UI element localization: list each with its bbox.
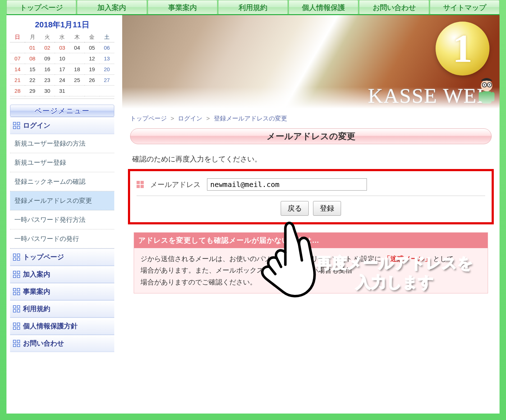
calendar-widget: 2018年1月11日 日月火水木金土0102030405060708091011… [10, 19, 114, 99]
site-title: KASSE WEB [368, 84, 492, 108]
cal-day-07[interactable]: 07 [10, 53, 25, 64]
cal-day-16[interactable]: 16 [40, 64, 55, 75]
cal-day-13[interactable]: 13 [100, 53, 114, 64]
cal-day-26[interactable]: 26 [84, 75, 99, 86]
menu-icon [13, 254, 20, 261]
cal-day-08[interactable]: 08 [25, 53, 40, 64]
nav-サイトマップ[interactable]: サイトマップ [430, 0, 500, 14]
menu-icon [13, 122, 20, 129]
svg-rect-7 [491, 92, 494, 101]
cal-day-18[interactable]: 18 [70, 64, 84, 75]
svg-point-4 [489, 84, 490, 86]
breadcrumb-0[interactable]: トップページ [130, 115, 167, 122]
page-menu-header: ページメニュー [10, 105, 114, 117]
breadcrumb-2: 登録メールアドレスの変更 [214, 115, 287, 122]
cal-day-28[interactable]: 28 [10, 86, 25, 96]
breadcrumb: トップページ > ログイン > 登録メールアドレスの変更 [122, 109, 500, 126]
cal-day-17[interactable]: 17 [55, 64, 69, 75]
cal-day-22[interactable]: 22 [25, 75, 40, 86]
menu-heading-加入案内[interactable]: 加入案内 [10, 266, 114, 283]
menu-heading-ログイン[interactable]: ログイン [10, 117, 114, 134]
nav-個人情報保護[interactable]: 個人情報保護 [289, 0, 358, 14]
cal-day-11[interactable]: 11 [70, 53, 84, 64]
cal-day-21[interactable]: 21 [10, 75, 25, 86]
cal-day-01[interactable]: 01 [25, 42, 40, 53]
cal-day-27[interactable]: 27 [100, 75, 114, 86]
hero-banner: 1 KASSE WEB [122, 15, 500, 109]
cal-day-05[interactable]: 05 [84, 42, 99, 53]
menu-item-新規ユーザー登録[interactable]: 新規ユーザー登録 [10, 153, 114, 172]
cal-day-24[interactable]: 24 [55, 75, 69, 86]
menu-icon [13, 340, 20, 347]
menu-icon [13, 323, 20, 330]
svg-rect-5 [482, 91, 492, 104]
menu-item-登録メールアドレスの変更[interactable]: 登録メールアドレスの変更 [10, 191, 114, 210]
month-badge: 1 [436, 22, 489, 76]
main-content: 1 KASSE WEB トップページ > ログイン > 登録メールアドレスの変更… [122, 15, 500, 414]
nav-事業案内[interactable]: 事業案内 [148, 0, 217, 14]
breadcrumb-1[interactable]: ログイン [178, 115, 202, 122]
warning-body: ジから送信されるメールは、お使いのパソコンのセキュリティソフト や設定に 「迷惑… [134, 248, 488, 293]
cal-day-29[interactable]: 29 [25, 86, 40, 96]
sidebar: 2018年1月11日 日月火水木金土0102030405060708091011… [6, 15, 118, 414]
cal-day-19[interactable]: 19 [84, 64, 99, 75]
menu-item-登録ニックネームの確認[interactable]: 登録ニックネームの確認 [10, 172, 114, 191]
menu-item-一時パスワード発行方法[interactable]: 一時パスワード発行方法 [10, 210, 114, 229]
email-form: メールアドレス 戻る 登録 [128, 169, 494, 224]
menu-heading-事業案内[interactable]: 事業案内 [10, 283, 114, 300]
menu-heading-トップページ[interactable]: トップページ [10, 248, 114, 266]
cal-day-02[interactable]: 02 [40, 42, 55, 53]
warning-box: アドレスを変更しても確認メールが届かない場合は… ジから送信されるメールは、お使… [134, 232, 488, 293]
cal-day-06[interactable]: 06 [100, 42, 114, 53]
cal-day-14[interactable]: 14 [10, 64, 25, 75]
calendar-grid: 日月火水木金土010203040506070809101112131415161… [10, 32, 114, 96]
field-icon [137, 181, 144, 188]
submit-button[interactable]: 登録 [313, 201, 341, 216]
nav-加入案内[interactable]: 加入案内 [77, 0, 147, 14]
menu-item-一時パスワードの発行[interactable]: 一時パスワードの発行 [10, 229, 114, 248]
instruction-text: 確認のために再度入力をしてください。 [122, 146, 500, 169]
menu-icon [13, 288, 20, 295]
nav-お問い合わせ[interactable]: お問い合わせ [359, 0, 429, 14]
cal-day-30[interactable]: 30 [40, 86, 55, 96]
svg-rect-6 [479, 92, 482, 101]
cal-day-23[interactable]: 23 [40, 75, 55, 86]
email-input[interactable] [207, 178, 367, 191]
menu-icon [13, 271, 20, 278]
cal-day-03[interactable]: 03 [55, 42, 69, 53]
menu-heading-お問い合わせ[interactable]: お問い合わせ [10, 335, 114, 352]
calendar-title: 2018年1月11日 [10, 19, 114, 30]
top-nav: トップページ加入案内事業案内利用規約個人情報保護お問い合わせサイトマップ [6, 0, 500, 14]
cal-day-12[interactable]: 12 [84, 53, 99, 64]
svg-point-3 [484, 84, 485, 86]
page-title: メールアドレスの変更 [130, 128, 492, 144]
menu-heading-利用規約[interactable]: 利用規約 [10, 300, 114, 318]
cal-day-31[interactable]: 31 [55, 86, 69, 96]
nav-利用規約[interactable]: 利用規約 [218, 0, 288, 14]
menu-icon [13, 305, 20, 312]
cal-day-04[interactable]: 04 [70, 42, 84, 53]
cal-day-10[interactable]: 10 [55, 53, 69, 64]
nav-トップページ[interactable]: トップページ [6, 0, 76, 14]
cal-day-15[interactable]: 15 [25, 64, 40, 75]
warning-title: アドレスを変更しても確認メールが届かない場合は… [134, 233, 488, 248]
email-label: メールアドレス [150, 180, 201, 190]
cal-day-20[interactable]: 20 [100, 64, 114, 75]
cal-day-09[interactable]: 09 [40, 53, 55, 64]
mascot-icon [475, 77, 498, 109]
cal-day-25[interactable]: 25 [70, 75, 84, 86]
menu-item-新規ユーザー登録の方法[interactable]: 新規ユーザー登録の方法 [10, 134, 114, 153]
back-button[interactable]: 戻る [281, 201, 309, 216]
menu-heading-個人情報保護方針[interactable]: 個人情報保護方針 [10, 318, 114, 335]
